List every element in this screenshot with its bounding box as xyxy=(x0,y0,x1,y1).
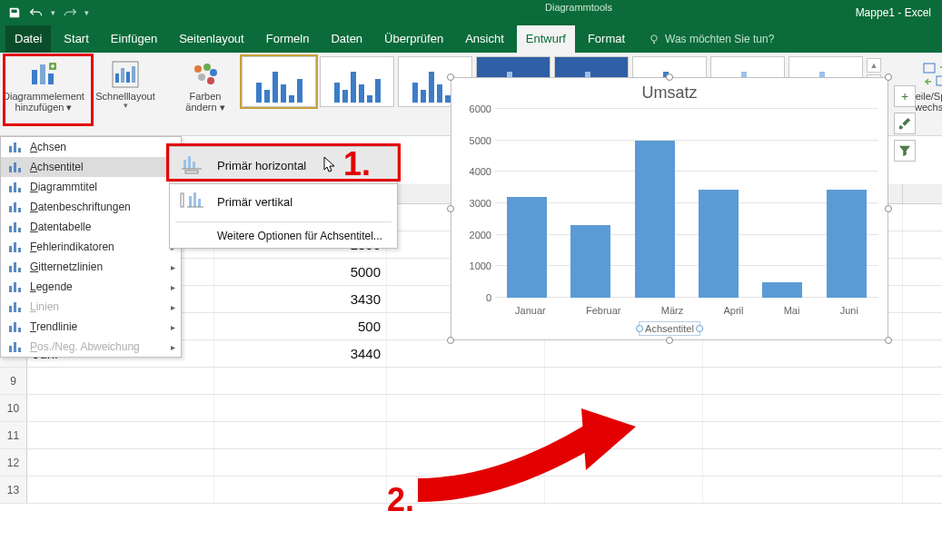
title-bar: ▾ ▾ Diagrammtools Mappe1 - Excel xyxy=(0,0,942,25)
tab-data[interactable]: Daten xyxy=(322,25,372,53)
svg-rect-6 xyxy=(115,74,119,83)
plot-area[interactable] xyxy=(495,109,878,136)
quick-access-toolbar: ▾ ▾ xyxy=(0,5,89,20)
lightbulb-icon xyxy=(649,34,659,44)
tell-me-placeholder: Was möchten Sie tun? xyxy=(665,33,774,45)
chart-style-2[interactable] xyxy=(320,56,394,107)
svg-point-0 xyxy=(651,35,657,41)
add-chart-element-button[interactable]: Diagrammelement hinzufügen ▾ xyxy=(5,56,82,125)
change-colors-button[interactable]: Farben ändern ▾ xyxy=(180,56,231,125)
svg-rect-1 xyxy=(32,70,37,84)
svg-point-13 xyxy=(198,74,205,81)
tab-insert[interactable]: Einfügen xyxy=(102,25,166,53)
switch-row-col-label2: wechseln xyxy=(915,102,942,113)
add-chart-element-label1: Diagrammelement xyxy=(3,91,84,102)
undo-icon[interactable] xyxy=(29,5,44,20)
y-tick-label: 5000 xyxy=(470,135,491,136)
svg-rect-2 xyxy=(40,64,45,84)
tab-review[interactable]: Überprüfen xyxy=(375,25,452,53)
undo-dropdown-icon[interactable]: ▾ xyxy=(51,8,55,17)
chart-title[interactable]: Umsatz xyxy=(451,84,887,103)
change-colors-label2: ändern ▾ xyxy=(185,102,224,113)
tab-view[interactable]: Ansicht xyxy=(456,25,513,53)
tell-me-search[interactable]: Was möchten Sie tun? xyxy=(649,33,774,45)
chart-object[interactable]: Umsatz 0100020003000400050006000 JanuarF… xyxy=(451,77,888,136)
redo-icon[interactable] xyxy=(63,5,77,20)
quick-layout-button[interactable]: Schnelllayout ▾ xyxy=(93,56,158,125)
contextual-tab-label: Diagrammtools xyxy=(545,2,612,13)
tab-formulas[interactable]: Formeln xyxy=(257,25,319,53)
change-colors-label1: Farben xyxy=(190,91,222,102)
svg-rect-3 xyxy=(48,74,54,84)
switch-row-col-icon xyxy=(921,60,942,89)
tab-format[interactable]: Format xyxy=(579,25,634,53)
tab-design[interactable]: Entwurf xyxy=(517,25,575,53)
selection-handle[interactable] xyxy=(666,74,673,81)
change-colors-icon xyxy=(191,60,220,89)
save-icon[interactable] xyxy=(7,5,22,20)
tab-file[interactable]: Datei xyxy=(5,25,51,53)
y-axis-ticks: 0100020003000400050006000 xyxy=(459,109,495,136)
svg-rect-16 xyxy=(937,76,942,85)
bars xyxy=(495,109,878,136)
svg-rect-9 xyxy=(132,66,135,83)
chart-elements-button[interactable]: + xyxy=(894,85,916,107)
svg-point-10 xyxy=(194,65,202,73)
chart-style-1[interactable] xyxy=(242,56,316,107)
add-chart-element-icon xyxy=(29,60,58,89)
y-tick-label: 6000 xyxy=(470,103,491,114)
chart-side-buttons: + xyxy=(894,85,916,136)
tab-pagelayout[interactable]: Seitenlayout xyxy=(170,25,253,53)
qat-customize-icon[interactable]: ▾ xyxy=(84,8,89,17)
add-chart-element-label2: hinzufügen ▾ xyxy=(15,102,73,113)
selection-handle[interactable] xyxy=(447,74,454,81)
brush-icon xyxy=(898,117,911,130)
svg-point-11 xyxy=(203,64,211,71)
tab-home[interactable]: Start xyxy=(55,25,97,53)
svg-point-14 xyxy=(207,77,214,84)
gallery-up-icon[interactable]: ▲ xyxy=(867,58,881,73)
quick-layout-icon xyxy=(111,60,140,89)
selection-handle[interactable] xyxy=(885,74,892,81)
ribbon-tabs: Datei Start Einfügen Seitenlayout Formel… xyxy=(0,25,942,53)
svg-rect-7 xyxy=(121,68,124,83)
svg-rect-8 xyxy=(126,72,130,83)
svg-rect-15 xyxy=(924,64,935,73)
document-title: Mappe1 - Excel xyxy=(856,0,931,25)
chart-styles-button[interactable] xyxy=(894,113,916,134)
svg-point-12 xyxy=(210,69,217,76)
chevron-down-icon: ▾ xyxy=(124,102,128,111)
